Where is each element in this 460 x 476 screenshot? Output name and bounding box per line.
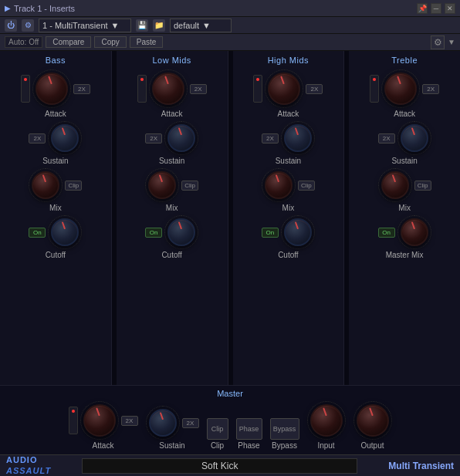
lowmids-sustain-knob[interactable] xyxy=(164,121,198,155)
master-attack-fader[interactable] xyxy=(69,407,78,434)
lowmids-attack-fader[interactable] xyxy=(137,75,147,103)
band-highmids-label: High Mids xyxy=(268,56,309,65)
bass-cutoff-row: On xyxy=(29,215,82,249)
close-button[interactable]: ✕ xyxy=(445,3,455,14)
highmids-sustain-knob[interactable] xyxy=(281,121,315,155)
band-lowmids-label: Low Mids xyxy=(152,56,191,65)
master-phase-btn[interactable]: Phase xyxy=(236,418,262,440)
highmids-attack-label: Attack xyxy=(277,110,299,118)
power-icon[interactable]: ⏻ xyxy=(5,19,17,32)
master-clip-btn[interactable]: Clip xyxy=(207,418,228,440)
title-bar-text: Track 1 - Inserts xyxy=(14,4,417,13)
lowmids-cutoff-row: On xyxy=(145,215,198,249)
treble-mastermix-group: On Master Mix xyxy=(378,215,431,259)
lowmids-cutoff-label: Cutoff xyxy=(161,251,182,259)
master-bypass-label: Bypass xyxy=(272,441,297,450)
highmids-cutoff-label: Cutoff xyxy=(278,251,299,259)
bass-attack-row: 2X xyxy=(21,69,90,108)
master-output-group: Output xyxy=(353,401,392,450)
bass-sustain-knob[interactable] xyxy=(48,121,82,155)
bass-mix-knob[interactable] xyxy=(29,168,63,202)
highmids-attack-fader[interactable] xyxy=(253,75,262,103)
lowmids-attack-2x[interactable]: 2X xyxy=(190,84,207,94)
compare-button[interactable]: Compare xyxy=(46,36,91,48)
lowmids-mix-knob[interactable] xyxy=(145,168,179,202)
highmids-cutoff-row: On xyxy=(262,215,315,249)
band-highmids: High Mids 2X Attack 2X xyxy=(233,51,345,385)
bass-attack-knob[interactable] xyxy=(32,69,71,108)
master-attack-row: 2X xyxy=(69,401,138,440)
treble-clip-btn[interactable]: Clip xyxy=(414,181,431,191)
toolbar: ⏻ ⚙ 1 - MultiTransient ▼ 💾 📁 default ▼ xyxy=(0,17,460,34)
master-input-label: Input xyxy=(317,441,334,450)
highmids-cutoff-knob[interactable] xyxy=(281,215,315,249)
treble-attack-fader[interactable] xyxy=(370,75,379,103)
master-sustain-2x[interactable]: 2X xyxy=(182,418,199,428)
status-plugin-name: Multi Transient xyxy=(388,461,454,471)
highmids-mix-row: Clip xyxy=(262,168,315,202)
logo-line2: ASSAULT xyxy=(6,466,51,476)
gear-button[interactable]: ⚙ xyxy=(431,35,445,49)
highmids-sustain-2x[interactable]: 2X xyxy=(262,133,279,143)
highmids-sustain-group: 2X Sustain xyxy=(262,121,315,165)
master-section-label: Master xyxy=(217,389,243,398)
bass-cutoff-knob[interactable] xyxy=(48,215,82,249)
highmids-attack-knob[interactable] xyxy=(265,69,303,108)
bass-sustain-label: Sustain xyxy=(42,157,68,165)
logo: AUDIO ASSAULT xyxy=(6,455,51,475)
bass-sustain-2x[interactable]: 2X xyxy=(29,133,46,143)
treble-attack-group: 2X Attack xyxy=(370,69,439,118)
preset-selector[interactable]: 1 - MultiTransient ▼ xyxy=(39,19,131,32)
treble-on-btn[interactable]: On xyxy=(378,228,395,238)
master-clip-label: Clip xyxy=(211,441,224,450)
master-bypass-btn[interactable]: Bypass xyxy=(270,418,299,440)
master-sustain-label: Sustain xyxy=(159,441,184,450)
treble-attack-2x[interactable]: 2X xyxy=(422,84,439,94)
bass-attack-fader[interactable] xyxy=(21,75,30,103)
preset-name-selector[interactable]: default ▼ xyxy=(170,19,232,32)
preset-name-label: default xyxy=(174,21,199,30)
save-icon[interactable]: 💾 xyxy=(136,19,148,32)
treble-mix-knob[interactable] xyxy=(378,168,412,202)
bass-cutoff-label: Cutoff xyxy=(46,251,66,259)
treble-mastermix-knob[interactable] xyxy=(397,215,431,249)
master-input-knob[interactable] xyxy=(307,401,346,440)
treble-attack-knob[interactable] xyxy=(381,69,420,108)
paste-button[interactable]: Paste xyxy=(130,36,164,48)
treble-attack-label: Attack xyxy=(394,110,415,118)
lowmids-attack-knob[interactable] xyxy=(149,69,188,108)
bass-attack-group: 2X Attack xyxy=(21,69,90,118)
bass-clip-btn[interactable]: Clip xyxy=(65,181,82,191)
band-lowmids: Low Mids 2X Attack 2X xyxy=(117,51,228,385)
bass-attack-2x[interactable]: 2X xyxy=(73,84,90,94)
minimize-button[interactable]: ─ xyxy=(431,3,441,14)
lowmids-mix-group: Clip Mix xyxy=(145,168,198,212)
treble-sustain-2x[interactable]: 2X xyxy=(378,133,395,143)
bass-on-btn[interactable]: On xyxy=(29,228,46,238)
lowmids-mix-label: Mix xyxy=(166,204,178,212)
pin-button[interactable]: 📌 xyxy=(417,3,428,14)
highmids-clip-btn[interactable]: Clip xyxy=(298,181,315,191)
highmids-mix-group: Clip Mix xyxy=(262,168,315,212)
settings-icon[interactable]: ⚙ xyxy=(22,19,34,32)
master-controls-row: 2X Attack 2X Sustain Clip xyxy=(69,401,392,451)
copy-button[interactable]: Copy xyxy=(94,36,126,48)
folder-icon[interactable]: 📁 xyxy=(153,19,165,32)
highmids-on-btn[interactable]: On xyxy=(262,228,279,238)
status-preset-name[interactable]: Soft Kick xyxy=(82,458,357,474)
lowmids-sustain-2x[interactable]: 2X xyxy=(145,133,162,143)
master-attack-2x[interactable]: 2X xyxy=(121,416,138,426)
lowmids-clip-btn[interactable]: Clip xyxy=(181,181,198,191)
master-output-knob[interactable] xyxy=(353,401,392,440)
highmids-mix-knob[interactable] xyxy=(262,168,296,202)
lowmids-cutoff-knob[interactable] xyxy=(164,215,198,249)
lowmids-on-btn[interactable]: On xyxy=(145,228,162,238)
bass-cutoff-group: On Cutoff xyxy=(29,215,82,259)
preset-arrow: ▼ xyxy=(111,21,120,30)
highmids-attack-group: 2X Attack xyxy=(253,69,323,118)
highmids-attack-2x[interactable]: 2X xyxy=(306,84,323,94)
treble-sustain-knob[interactable] xyxy=(397,121,431,155)
master-sustain-knob[interactable] xyxy=(146,406,180,440)
master-attack-knob[interactable] xyxy=(80,401,119,440)
master-section: Master 2X Attack xyxy=(0,385,460,454)
